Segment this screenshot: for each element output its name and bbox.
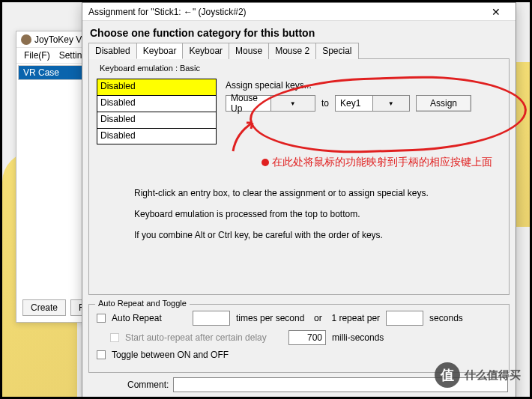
chevron-down-icon: ▼ — [270, 96, 315, 111]
tab-strip: Disabled Keyboar Keyboar Mouse Mouse 2 S… — [82, 42, 516, 58]
combo-source[interactable]: Mouse Up ▼ — [226, 95, 315, 112]
group-label: Keyboard emulation : Basic — [97, 64, 203, 73]
combo-target-value: Key1 — [336, 97, 372, 110]
entry-box-4[interactable]: Disabled — [97, 128, 217, 144]
app-icon — [21, 34, 31, 45]
repeat-per-label: 1 repeat per — [331, 313, 380, 323]
close-icon[interactable]: ✕ — [483, 4, 510, 19]
auto-repeat-label: Auto Repeat — [112, 313, 187, 323]
info-line-2: Keyboard emulation is processed from the… — [134, 209, 501, 219]
checkbox-toggle[interactable] — [97, 350, 106, 359]
bg-title: JoyToKey Ve — [34, 34, 86, 45]
tab-keyboard-1[interactable]: Keyboar — [136, 43, 184, 59]
ms-label: milli-seconds — [332, 332, 384, 343]
titlebar[interactable]: Assignment for "Stick1: ←" (Joystick#2) … — [82, 3, 516, 21]
assign-special-group: Assign special keys... Mouse Up ▼ to Key… — [226, 79, 501, 112]
seconds-label: seconds — [429, 313, 463, 323]
start-delay-label: Start auto-repeat after certain delay — [125, 332, 282, 343]
watermark-logo: 值 — [435, 362, 460, 388]
assign-special-title: Assign special keys... — [226, 80, 501, 91]
tab-disabled[interactable]: Disabled — [88, 43, 137, 59]
comment-label: Comment: — [127, 380, 169, 390]
assignment-dialog: Assignment for "Stick1: ←" (Joystick#2) … — [82, 2, 516, 399]
menu-file[interactable]: File(F) — [21, 49, 53, 61]
info-block: Right-click an entry box, to clear the a… — [97, 188, 501, 240]
assign-button[interactable]: Assign — [416, 95, 471, 112]
create-button[interactable]: Create — [22, 299, 66, 316]
entry-box-1[interactable]: Disabled — [97, 79, 217, 95]
tab-mouse[interactable]: Mouse — [229, 43, 269, 59]
checkbox-start-delay — [110, 333, 119, 342]
tab-special[interactable]: Special — [315, 43, 358, 59]
entry-list: Disabled Disabled Disabled Disabled — [97, 79, 217, 144]
toggle-label: Toggle between ON and OFF — [112, 350, 229, 360]
tab-mouse-2[interactable]: Mouse 2 — [268, 43, 316, 59]
to-label: to — [321, 98, 329, 109]
entry-box-3[interactable]: Disabled — [97, 112, 217, 128]
auto-repeat-legend: Auto Repeat and Toggle — [95, 299, 190, 308]
combo-target[interactable]: Key1 ▼ — [335, 95, 410, 112]
dialog-heading: Choose one function category for this bu… — [82, 21, 516, 42]
combo-source-value: Mouse Up — [226, 91, 270, 115]
tab-keyboard-2[interactable]: Keyboar — [182, 43, 229, 59]
watermark: 值 什么值得买 — [435, 362, 521, 388]
delay-input[interactable] — [288, 330, 326, 345]
watermark-text: 什么值得买 — [465, 368, 521, 383]
info-line-3: If you combine Alt or Ctrl key, be caref… — [134, 230, 501, 240]
tps-label: times per second — [236, 313, 304, 323]
or-label: or — [310, 313, 325, 323]
times-per-second-input[interactable] — [193, 311, 230, 326]
checkbox-auto-repeat[interactable] — [97, 314, 106, 323]
chevron-down-icon: ▼ — [372, 96, 410, 111]
repeat-per-input[interactable] — [386, 311, 423, 326]
entry-box-2[interactable]: Disabled — [97, 95, 217, 112]
dialog-title: Assignment for "Stick1: ←" (Joystick#2) — [88, 7, 247, 17]
tab-pane: Keyboard emulation : Basic Disabled Disa… — [88, 58, 510, 295]
info-line-1: Right-click an entry box, to clear the a… — [134, 188, 501, 198]
